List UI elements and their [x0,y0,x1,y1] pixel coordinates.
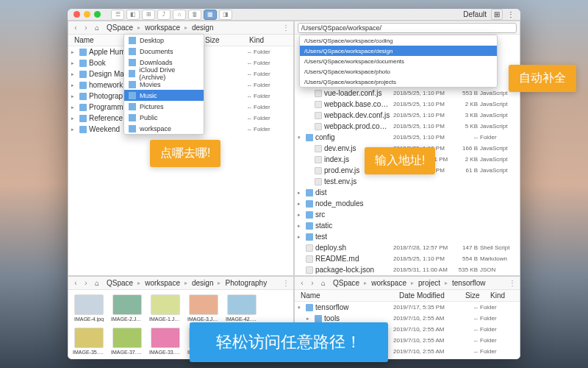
list-item[interactable]: ▾tensorflow2019/7/17, 5:35 PM--Folder [295,302,520,313]
path-input[interactable] [298,23,517,33]
tool-5[interactable]: ⌂ [173,10,186,20]
crumb[interactable]: QSpace [330,278,362,288]
fwd-button[interactable]: › [82,24,90,32]
tool-4[interactable]: ⤴ [157,10,171,20]
image-icon [74,294,104,315]
image-icon [151,328,180,348]
crumb[interactable]: workspace [142,278,183,288]
more-icon[interactable]: ⋮ [507,10,514,18]
dropdown-item[interactable]: Public [124,112,204,123]
pane-menu[interactable]: ⋮ [282,279,290,287]
thumbnail[interactable]: IMAGE-3.JPG [187,294,220,322]
fwd-button[interactable]: › [308,279,317,287]
crumb[interactable]: design [189,278,216,288]
crumb[interactable]: project [415,278,443,288]
maximize-button[interactable] [94,11,101,18]
list-item[interactable]: deploy.sh2018/7/28, 12:57 PM147 BShell S… [295,242,520,253]
thumbnail[interactable]: IMAGE-1.JPG [149,294,182,322]
autocomplete-item[interactable]: /Users/QSpace/workspace/photo [300,66,497,77]
file-icon [315,112,322,119]
list-item[interactable]: ▸node_modules [295,198,520,209]
list-item[interactable]: test.env.js [295,176,520,187]
minimize-button[interactable] [84,11,90,18]
image-icon [151,294,180,315]
address-bar [295,21,520,35]
folder-icon [79,60,87,67]
dropdown-item[interactable]: Pictures [124,101,204,112]
thumbnail[interactable]: IMAGE-35.JPG [73,328,105,355]
callout-enter-addr: 输入地址! [365,147,435,174]
dropdown-item[interactable]: workspace [124,123,204,134]
list-item[interactable]: webpack.base.conf.js2018/5/25, 1:10 PM2 … [295,99,520,110]
crumb[interactable]: workspace [368,278,409,288]
folder-icon [129,70,135,77]
close-button[interactable] [74,11,80,18]
col-kind[interactable]: Kind [487,291,517,300]
thumbnail[interactable]: IMAGE-37.JPG [111,328,143,355]
back-button[interactable]: ‹ [71,279,80,287]
list-item[interactable]: ▸dist [295,187,520,198]
list-item[interactable]: ▾config2018/5/25, 1:10 PM--Folder [295,132,520,143]
col-kind[interactable]: Kind [246,36,290,44]
list-item[interactable]: ▸test [295,231,520,242]
window-controls [74,11,101,18]
pathbar-a: ‹ › ⌂ QSpace▸ workspace▸ design ⋮ [68,21,293,35]
crumb[interactable]: design [189,23,216,32]
folder-icon [306,189,313,197]
crumb[interactable]: tensorflow [449,278,489,288]
folder-icon [129,81,136,88]
callout-autocomplete: 自动补全 [509,65,576,92]
list-item[interactable]: README.md2018/5/25, 1:10 PM554 BMarkdown [295,253,520,264]
folder-icon [79,93,87,100]
pane-menu[interactable]: ⋮ [508,279,517,287]
folder-icon [129,103,136,110]
back-button[interactable]: ‹ [71,24,80,32]
crumb[interactable]: QSpace [104,278,136,288]
crumb[interactable]: workspace [142,23,183,32]
col-date[interactable]: Date Modified [396,291,462,300]
crumb[interactable]: Photography [222,278,270,288]
crumb-home[interactable]: ⌂ [318,278,329,288]
list-item[interactable]: ▸src [295,209,520,220]
dropdown-item[interactable]: Desktop [124,35,204,46]
file-icon [315,145,322,152]
list-item[interactable]: ▸static [295,220,520,231]
layout-selector[interactable]: Default [463,10,487,18]
tool-trash[interactable]: 🗑 [188,10,201,20]
autocomplete-item[interactable]: /Users/QSpace/workspace/design [300,46,497,56]
list-item[interactable]: webpack.prod.conf.js2018/5/25, 1:10 PM5 … [295,121,520,132]
list-item[interactable]: vue-loader.conf.js2018/5/25, 1:10 PM553 … [295,88,520,99]
crumb-home[interactable]: ⌂ [92,23,102,32]
thumbnail[interactable]: IMAGE-4.jpg [73,294,105,322]
file-icon [306,255,313,263]
thumbnail[interactable]: IMAGE-42.JPG [226,294,258,322]
tool-7[interactable]: ◨ [219,10,232,20]
list-item[interactable]: webpack.dev.conf.js2018/5/25, 1:10 PM3 K… [295,110,520,121]
tool-2[interactable]: ◧ [126,10,140,20]
list-item[interactable]: package-lock.json2018/5/31, 11:00 AM535 … [295,264,520,275]
folder-icon [79,71,87,78]
folder-icon [306,304,313,311]
folder-icon [306,200,313,208]
crumb-home[interactable]: ⌂ [92,278,102,288]
dropdown-item[interactable]: iCloud Drive (Archive) [124,68,204,79]
autocomplete-item[interactable]: /Users/QSpace/workspace/projects [300,77,497,87]
thumbnail[interactable]: IMAGE-33.JPG [149,328,182,355]
thumbnail[interactable]: IMAGE-2.JPG [111,294,143,322]
crumb[interactable]: QSpace [104,23,136,32]
tool-1[interactable]: ☰ [111,10,124,20]
autocomplete-item[interactable]: /Users/QSpace/workspace/documents [300,56,497,66]
pane-menu[interactable]: ⋮ [282,24,290,32]
col-size[interactable]: Size [202,36,246,44]
tool-3[interactable]: ⊞ [142,10,155,20]
folder-icon [79,82,87,89]
dropdown-item[interactable]: Music [124,90,204,101]
tool-grid-active[interactable]: ▦ [204,10,217,20]
layout-icon[interactable]: ⊞ [491,9,503,20]
back-button[interactable]: ‹ [298,279,306,287]
dropdown-item[interactable]: Documents [124,46,204,57]
fwd-button[interactable]: › [82,279,90,287]
col-name[interactable]: Name [298,291,396,300]
autocomplete-item[interactable]: /Users/QSpace/workspace/coding [300,35,497,46]
col-size[interactable]: Size [462,291,487,300]
